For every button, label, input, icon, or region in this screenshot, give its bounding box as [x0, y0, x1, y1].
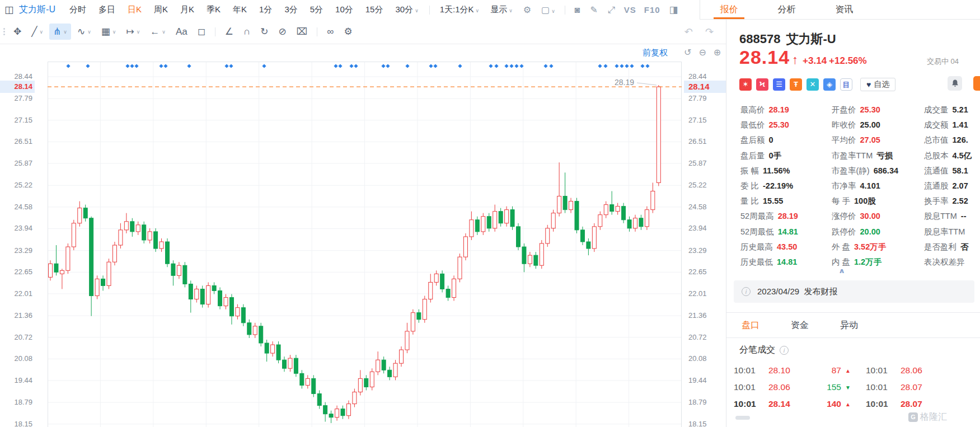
fullscreen-icon[interactable]: ⤢: [603, 5, 620, 15]
move-tool[interactable]: ✥: [10, 24, 25, 40]
period-tab-3分[interactable]: 3分: [278, 4, 303, 15]
event-diamond-icon[interactable]: [338, 64, 342, 68]
camera-icon[interactable]: ◙: [570, 5, 585, 15]
pattern-tool[interactable]: ▦∨: [97, 24, 120, 40]
period-tab-季K[interactable]: 季K: [200, 4, 227, 15]
period-tab-15分[interactable]: 15分: [359, 4, 390, 15]
period-tab-月K[interactable]: 月K: [174, 4, 200, 15]
period-tab-周K[interactable]: 周K: [148, 4, 174, 15]
panel-tab-资讯[interactable]: 资讯: [815, 0, 873, 19]
zoom-in-icon[interactable]: ⊕: [714, 47, 721, 58]
event-diamond-icon[interactable]: [549, 64, 553, 68]
indicator-settings-icon[interactable]: ⚙: [518, 4, 536, 15]
delete-drawings-tool[interactable]: ⌧: [293, 24, 312, 40]
event-diamond-icon[interactable]: [433, 64, 437, 68]
event-bar[interactable]: i 2023/04/29 发布财报: [734, 280, 974, 303]
event-diamond-icon[interactable]: [66, 64, 70, 68]
event-diamond-icon[interactable]: [615, 64, 618, 68]
alert-bell-button[interactable]: [948, 76, 962, 91]
event-diamond-icon[interactable]: [620, 64, 623, 68]
adjust-mode-button[interactable]: 前复权: [643, 48, 668, 58]
event-diamond-icon[interactable]: [458, 64, 462, 68]
event-diamond-icon[interactable]: [163, 64, 167, 68]
reset-zoom-icon[interactable]: ↺: [684, 47, 691, 58]
angle-tool[interactable]: ∠: [221, 24, 237, 40]
event-diamond-icon[interactable]: [504, 64, 508, 68]
wave-tool[interactable]: ∿∨: [73, 24, 95, 40]
event-diamond-icon[interactable]: [159, 64, 163, 68]
event-diamond-icon[interactable]: [630, 64, 634, 68]
toolbar-drag-handle[interactable]: [3, 28, 5, 35]
period-tab-多日[interactable]: 多日: [92, 4, 121, 15]
clipped-badge[interactable]: [973, 76, 980, 91]
tick-row[interactable]: 10:0128.14140▲10:0128.07: [726, 396, 980, 412]
arrow-tool[interactable]: ←∨: [146, 24, 170, 40]
measure-tool[interactable]: ↦∨: [122, 24, 144, 40]
event-diamond-icon[interactable]: [334, 64, 337, 68]
event-diamond-icon[interactable]: [543, 64, 547, 68]
trendline-tool[interactable]: ╱∨: [27, 24, 47, 40]
f10-button[interactable]: F10: [640, 5, 664, 15]
window-layout-icon[interactable]: ◫: [4, 4, 13, 16]
event-diamond-icon[interactable]: [86, 64, 90, 68]
chart-style-icon[interactable]: ▢∨: [536, 4, 560, 15]
event-diamond-icon[interactable]: [229, 64, 233, 68]
sub-tab-盘口[interactable]: 盘口: [742, 320, 759, 331]
channel-tool[interactable]: ⋔∨: [49, 24, 71, 40]
hide-drawings-tool[interactable]: ⊘: [275, 24, 290, 40]
event-diamond-icon[interactable]: [224, 64, 228, 68]
event-diamond-icon[interactable]: [381, 64, 385, 68]
draw-pencil-icon[interactable]: ✎: [585, 4, 603, 15]
continuous-draw-tool[interactable]: ↻: [256, 24, 272, 40]
event-diamond-icon[interactable]: [134, 64, 138, 68]
panel-tab-分析[interactable]: 分析: [758, 0, 815, 19]
event-diamond-icon[interactable]: [489, 64, 493, 68]
compare-vs-button[interactable]: VS: [620, 5, 640, 15]
magnet-tool[interactable]: ∩: [240, 24, 254, 40]
add-watchlist-button[interactable]: ♥自选: [860, 78, 895, 91]
zoom-out-icon[interactable]: ⊖: [698, 47, 706, 58]
event-diamond-icon[interactable]: [494, 64, 498, 68]
candlestick-chart[interactable]: 28.19: [48, 62, 682, 427]
event-diamond-icon[interactable]: [405, 64, 409, 68]
interval-select[interactable]: 1天:1分K∨: [434, 4, 485, 15]
event-diamond-icon[interactable]: [514, 64, 518, 68]
period-tab-日K[interactable]: 日K: [121, 4, 148, 15]
period-tab-30分[interactable]: 30分∨: [389, 4, 424, 15]
event-diamond-icon[interactable]: [509, 64, 513, 68]
tick-scrollbar-thumb[interactable]: [735, 416, 750, 420]
side-panel-toggle-icon[interactable]: ◨: [664, 4, 683, 16]
event-diamond-icon[interactable]: [603, 64, 607, 68]
event-diamond-icon[interactable]: [349, 64, 353, 68]
period-tab-5分[interactable]: 5分: [304, 4, 329, 15]
event-diamond-icon[interactable]: [354, 64, 358, 68]
event-diamond-icon[interactable]: [187, 64, 191, 68]
event-diamond-icon[interactable]: [645, 64, 649, 68]
panel-tab-报价[interactable]: 报价: [700, 0, 758, 19]
event-diamond-icon[interactable]: [125, 64, 129, 68]
drawing-settings-tool[interactable]: ⚙: [340, 24, 356, 40]
event-diamond-icon[interactable]: [130, 64, 134, 68]
tick-row[interactable]: 10:0128.1087▲10:0128.06: [726, 362, 980, 379]
collapse-grid-button[interactable]: ∧: [838, 267, 845, 275]
redo-icon[interactable]: ↷: [705, 26, 714, 38]
event-diamond-icon[interactable]: [640, 64, 644, 68]
text-tool[interactable]: Aa: [172, 24, 191, 40]
comment-tool[interactable]: ◻: [194, 24, 209, 40]
display-menu[interactable]: 显示∨: [485, 4, 518, 15]
period-tab-年K[interactable]: 年K: [227, 4, 253, 15]
event-diamond-icon[interactable]: [625, 64, 629, 68]
event-diamond-icon[interactable]: [386, 64, 390, 68]
period-tab-1分[interactable]: 1分: [253, 4, 278, 15]
event-diamond-icon[interactable]: [429, 64, 433, 68]
sub-tab-资金[interactable]: 资金: [791, 320, 809, 331]
event-diamond-icon[interactable]: [598, 64, 602, 68]
tick-list[interactable]: 10:0128.1087▲10:0128.0610:0128.06155▼10:…: [726, 362, 980, 412]
period-tab-10分[interactable]: 10分: [329, 4, 359, 15]
period-tab-分时[interactable]: 分时: [63, 4, 92, 15]
compare-overlay-tool[interactable]: ∞: [323, 24, 337, 40]
symbol-link[interactable]: 艾力斯-U: [19, 4, 55, 16]
sub-tab-异动[interactable]: 异动: [840, 320, 858, 331]
tick-row[interactable]: 10:0128.06155▼10:0128.07: [726, 379, 980, 396]
event-diamond-icon[interactable]: [262, 64, 266, 68]
